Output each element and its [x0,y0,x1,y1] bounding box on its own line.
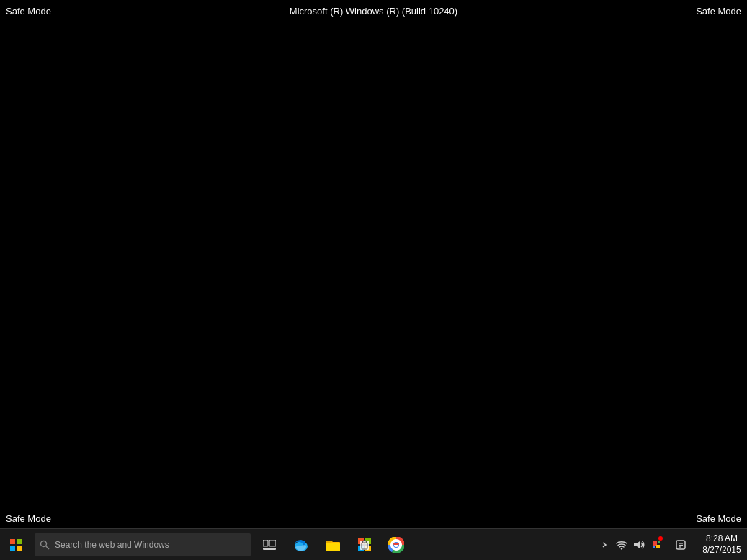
svg-rect-21 [393,543,399,545]
search-box[interactable] [35,533,251,556]
safe-mode-bottom-right: Safe Mode [696,513,741,524]
taskbar-chrome-icon[interactable] [380,529,412,561]
search-input[interactable] [55,540,242,550]
clock-area[interactable]: 8:28 AM 8/27/2015 [697,529,747,561]
svg-rect-1 [17,539,22,544]
taskbar-store-icon[interactable] [349,529,380,561]
svg-rect-26 [653,546,655,548]
svg-rect-27 [656,545,660,548]
safe-mode-top-left: Safe Mode [6,6,51,17]
tray-volume-icon[interactable] [630,529,648,561]
action-center-button[interactable] [665,529,697,561]
svg-marker-23 [634,541,640,548]
svg-rect-3 [17,546,22,551]
safe-mode-bottom-left: Safe Mode [6,513,51,524]
start-button[interactable] [0,529,32,561]
clock-date: 8/27/2015 [702,545,741,556]
taskbar-edge-icon[interactable] [285,529,317,561]
svg-rect-2 [10,546,15,551]
task-view-button[interactable] [254,529,285,561]
svg-point-4 [41,541,47,546]
taskbar-explorer-icon[interactable] [317,529,349,561]
tray-chevron[interactable] [596,529,613,561]
svg-rect-8 [263,548,276,550]
svg-line-5 [46,546,50,549]
svg-rect-25 [658,541,660,543]
search-icon [35,533,55,556]
svg-rect-11 [326,543,340,551]
safe-mode-top-right: Safe Mode [696,6,741,17]
svg-point-22 [621,548,622,549]
tray-notification-icon[interactable] [648,529,665,561]
svg-rect-0 [10,539,15,544]
clock-time: 8:28 AM [706,533,738,545]
taskbar: 8:28 AM 8/27/2015 [0,528,747,560]
svg-rect-7 [269,540,276,546]
system-tray: 8:28 AM 8/27/2015 [596,529,747,561]
tray-network-icon[interactable] [613,529,630,561]
notification-dot [658,536,663,541]
windows-build-title: Microsoft (R) Windows (R) (Build 10240) [290,6,457,17]
svg-rect-6 [263,540,268,546]
